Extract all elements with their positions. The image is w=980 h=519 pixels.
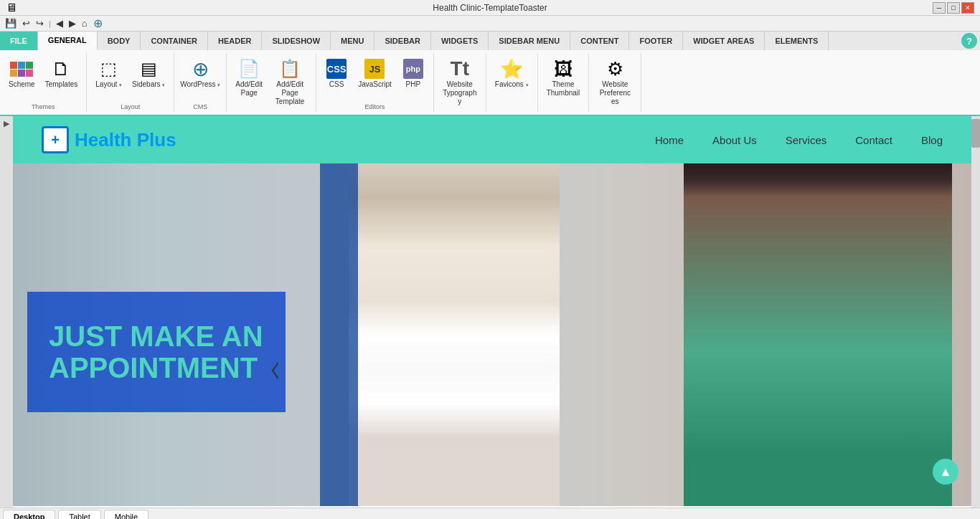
help-button[interactable]: ?: [961, 33, 977, 49]
hero-text-line2: APPOINTMENT: [49, 352, 258, 384]
tab-header[interactable]: HEADER: [208, 32, 262, 50]
ribbon: FILE GENERAL BODY CONTAINER HEADER SLIDE…: [0, 32, 980, 116]
hero-section: JUST MAKE AN APPOINTMENT ▲: [13, 163, 971, 506]
tab-file[interactable]: FILE: [0, 32, 38, 50]
logo-text-black: Health: [75, 129, 137, 151]
logo-icon: +: [42, 126, 69, 153]
sidebar-toggle[interactable]: ▶: [0, 116, 13, 508]
bottom-bar: Desktop Tablet Mobile: [0, 508, 980, 519]
tab-elements[interactable]: ELEMENTS: [765, 32, 829, 50]
php-icon: php: [402, 57, 425, 80]
templates-button[interactable]: 🗋 Templates: [41, 54, 83, 92]
themes-group: Scheme 🗋 Templates Themes: [0, 53, 87, 112]
scheme-label: Scheme: [9, 80, 35, 89]
patient-figure: [684, 163, 952, 506]
javascript-icon: JS: [363, 57, 386, 80]
hero-overlay: JUST MAKE AN APPOINTMENT: [27, 292, 286, 412]
layout-group-label: Layout: [91, 103, 169, 110]
nav-item-services[interactable]: Services: [786, 134, 827, 146]
right-scrollbar[interactable]: [971, 116, 980, 508]
main-area: ▶ + Health Plus Home About Us Services C…: [0, 116, 980, 508]
add-edit-template-icon: 📋: [278, 57, 301, 80]
redo-quick-btn[interactable]: ↪: [34, 16, 46, 30]
nav-menu: Home About Us Services Contact Blog: [655, 134, 943, 146]
editors-group-label: Editors: [321, 103, 429, 110]
scrollbar-thumb[interactable]: [971, 119, 980, 148]
favicons-icon: ⭐: [500, 57, 523, 80]
save-quick-btn[interactable]: 💾: [3, 16, 19, 30]
desktop-tab[interactable]: Desktop: [3, 510, 55, 520]
undo-quick-btn[interactable]: ↩: [20, 16, 32, 30]
favicons-button[interactable]: ⭐ Favicons ▾: [491, 54, 533, 92]
theme-thumbnail-button[interactable]: 🖼 ThemeThumbnail: [542, 54, 585, 100]
navigation-bar: + Health Plus Home About Us Services Con…: [13, 116, 971, 163]
tab-container[interactable]: CONTAINER: [141, 32, 208, 50]
add-edit-page-button[interactable]: 📄 Add/EditPage: [231, 54, 267, 100]
nav-item-about[interactable]: About Us: [712, 134, 757, 146]
tab-widgets[interactable]: WIDGETS: [431, 32, 489, 50]
tab-sidebar-menu[interactable]: SIDEBAR MENU: [489, 32, 570, 50]
mobile-tab[interactable]: Mobile: [104, 510, 149, 520]
add-edit-template-button[interactable]: 📋 Add/Edit PageTemplate: [268, 54, 311, 109]
wp-quick-btn[interactable]: ⊕: [91, 15, 105, 32]
addedit-group-items: 📄 Add/EditPage 📋 Add/Edit PageTemplate: [231, 54, 311, 109]
wordpress-button[interactable]: ⊕ WordPress ▾: [179, 54, 222, 92]
tab-body[interactable]: BODY: [98, 32, 141, 50]
css-icon: CSS: [325, 57, 348, 80]
scroll-up-arrow[interactable]: ▲: [933, 459, 958, 485]
css-button[interactable]: CSS CSS: [321, 54, 352, 92]
typography-group-items: Tt WebsiteTypography: [438, 54, 481, 109]
wordpress-icon: ⊕: [189, 57, 212, 80]
minimize-button[interactable]: ─: [933, 2, 946, 14]
editors-group-items: CSS CSS JS JavaScript php PHP: [321, 54, 429, 102]
add-edit-page-label: Add/EditPage: [235, 80, 263, 97]
title-bar-controls[interactable]: ─ □ ✕: [933, 2, 974, 14]
close-button[interactable]: ✕: [961, 2, 974, 14]
layout-button[interactable]: ⬚ Layout ▾: [91, 54, 126, 92]
preferences-group-items: ⚙ WebsitePreferences: [593, 54, 636, 109]
maximize-button[interactable]: □: [947, 2, 960, 14]
javascript-label: JavaScript: [358, 80, 392, 89]
css-label: CSS: [329, 80, 344, 89]
tab-slideshow[interactable]: SLIDESHOW: [262, 32, 331, 50]
tablet-tab[interactable]: Tablet: [58, 510, 100, 520]
favicons-label: Favicons ▾: [495, 80, 529, 89]
javascript-button[interactable]: JS JavaScript: [354, 54, 396, 92]
preferences-icon: ⚙: [603, 57, 626, 80]
add-edit-page-icon: 📄: [237, 57, 260, 80]
favicons-group-items: ⭐ Favicons ▾: [491, 54, 533, 109]
sidebars-icon: ▤: [137, 57, 160, 80]
separator: |: [49, 19, 51, 28]
themes-group-label: Themes: [4, 103, 82, 110]
window-title: Health Clinic-TemplateToaster: [433, 3, 547, 13]
website-preferences-button[interactable]: ⚙ WebsitePreferences: [593, 54, 636, 109]
sidebars-button[interactable]: ▤ Sidebars ▾: [128, 54, 169, 92]
layout-icon: ⬚: [98, 57, 121, 80]
hero-text: JUST MAKE AN APPOINTMENT: [49, 320, 264, 384]
layout-label: Layout ▾: [95, 80, 122, 89]
forward-quick-btn[interactable]: ▶: [67, 16, 78, 30]
tab-sidebar[interactable]: SIDEBAR: [374, 32, 431, 50]
logo-text-blue: Plus: [137, 129, 176, 151]
home-quick-btn[interactable]: ⌂: [80, 16, 90, 30]
tab-footer[interactable]: FOOTER: [629, 32, 683, 50]
php-label: PHP: [406, 80, 421, 89]
editors-group: CSS CSS JS JavaScript php PHP Edi: [316, 53, 434, 112]
typography-group: Tt WebsiteTypography: [434, 53, 486, 112]
tab-menu[interactable]: MENU: [331, 32, 374, 50]
tab-widget-areas[interactable]: WIDGET AREAS: [683, 32, 765, 50]
templates-icon: 🗋: [50, 57, 72, 80]
tab-content[interactable]: CONTENT: [570, 32, 629, 50]
php-button[interactable]: php PHP: [397, 54, 429, 92]
thumbnail-icon: 🖼: [552, 57, 575, 80]
website-typography-button[interactable]: Tt WebsiteTypography: [438, 54, 481, 109]
addedit-group: 📄 Add/EditPage 📋 Add/Edit PageTemplate: [227, 53, 316, 112]
nav-item-home[interactable]: Home: [655, 134, 684, 146]
nav-item-contact[interactable]: Contact: [855, 134, 892, 146]
back-quick-btn[interactable]: ◀: [54, 16, 65, 30]
nav-item-blog[interactable]: Blog: [921, 134, 943, 146]
tab-general[interactable]: GENERAL: [38, 32, 98, 50]
canvas-area: + Health Plus Home About Us Services Con…: [13, 116, 971, 508]
scheme-button[interactable]: Scheme: [4, 54, 39, 92]
typography-icon: Tt: [448, 57, 471, 80]
